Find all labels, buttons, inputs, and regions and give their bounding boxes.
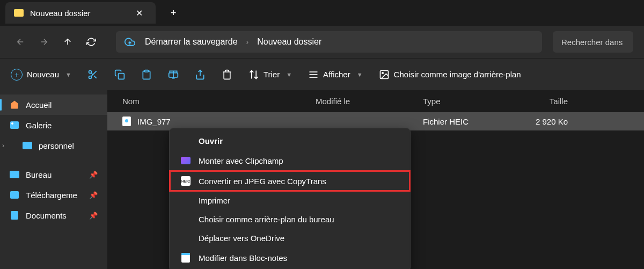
sidebar-home-label: Accueil: [26, 100, 52, 110]
breadcrumb-current[interactable]: Nouveau dossier: [253, 37, 326, 47]
view-button[interactable]: Afficher ▼: [308, 69, 362, 80]
notepad-icon: [180, 252, 191, 263]
svg-point-0: [89, 70, 91, 73]
ctx-copytrans-label: Convertir en JPEG avec CopyTrans: [199, 177, 326, 186]
ctx-copytrans[interactable]: HEIC Convertir en JPEG avec CopyTrans: [170, 171, 410, 191]
ctx-print[interactable]: Imprimer: [170, 191, 410, 210]
ctx-onedrive-label: Déplacer vers OneDrive: [199, 234, 284, 243]
folder-icon: [14, 9, 24, 17]
pin-icon: 📌: [89, 171, 98, 179]
new-label: Nouveau: [27, 70, 59, 79]
chevron-down-icon: ▼: [357, 71, 363, 78]
chevron-down-icon: ▼: [286, 71, 292, 78]
ctx-clipchamp[interactable]: Monter avec Clipchamp: [170, 150, 410, 171]
sidebar-downloads-label: Téléchargeme: [26, 191, 77, 200]
forward-button[interactable]: [34, 32, 54, 52]
ctx-open[interactable]: Ouvrir: [170, 132, 410, 150]
navbar: Démarrer la sauvegarde › Nouveau dossier…: [0, 26, 644, 58]
ctx-notepad[interactable]: Modifier dans Bloc-notes: [170, 248, 410, 268]
pin-icon: 📌: [89, 212, 98, 220]
ctx-clipchamp-label: Monter avec Clipchamp: [199, 156, 283, 165]
back-button[interactable]: [11, 32, 30, 52]
sidebar-item-downloads[interactable]: Téléchargeme 📌: [0, 185, 107, 205]
svg-point-9: [382, 72, 383, 74]
home-icon: [10, 100, 19, 110]
context-menu: Ouvrir Monter avec Clipchamp HEIC Conver…: [169, 128, 411, 269]
set-background-button[interactable]: Choisir comme image d'arrière-plan: [379, 69, 521, 80]
column-modified[interactable]: Modifié le: [316, 97, 423, 106]
view-label: Afficher: [323, 70, 350, 79]
sidebar-desktop-label: Bureau: [26, 170, 52, 179]
sidebar-item-desktop[interactable]: Bureau 📌: [0, 164, 107, 185]
sort-button[interactable]: Trier ▼: [248, 69, 292, 80]
image-icon: [379, 69, 390, 80]
file-type: Fichier HEIC: [423, 117, 509, 126]
svg-rect-2: [118, 73, 124, 79]
view-icon: [308, 69, 319, 80]
cloud-icon: [125, 37, 135, 47]
window-tab[interactable]: Nouveau dossier ✕: [5, 2, 156, 24]
folder-icon: [23, 141, 32, 150]
column-name[interactable]: Nom: [122, 97, 316, 106]
sidebar-item-home[interactable]: Accueil: [0, 94, 107, 115]
document-icon: [10, 210, 19, 220]
gallery-icon: [10, 120, 19, 130]
file-name: IMG_977: [137, 117, 171, 126]
sort-icon: [248, 69, 259, 80]
column-headers: Nom Modifié le Type Taille: [107, 90, 644, 112]
titlebar: Nouveau dossier ✕ +: [0, 0, 644, 26]
cut-button[interactable]: [87, 69, 98, 80]
copy-icon: [114, 69, 125, 80]
up-button[interactable]: [58, 32, 77, 52]
chevron-right-icon: ›: [2, 142, 4, 149]
new-tab-button[interactable]: +: [166, 3, 181, 23]
background-label: Choisir comme image d'arrière-plan: [394, 70, 521, 79]
trash-icon: [222, 69, 232, 80]
breadcrumb[interactable]: Démarrer la sauvegarde › Nouveau dossier: [116, 31, 542, 53]
ctx-notepad-label: Modifier dans Bloc-notes: [199, 253, 287, 263]
sidebar-personal-label: personnel: [39, 141, 74, 150]
delete-button[interactable]: [222, 69, 232, 80]
toolbar: + Nouveau ▼ Trier ▼: [0, 58, 644, 90]
sidebar-gallery-label: Galerie: [26, 121, 52, 130]
svg-rect-3: [145, 70, 149, 71]
paste-button[interactable]: [141, 69, 152, 80]
chevron-down-icon: ▼: [65, 71, 71, 78]
download-icon: [10, 190, 19, 200]
ctx-open-label: Ouvrir: [199, 136, 223, 146]
file-size: 2 920 Ko: [509, 117, 568, 126]
column-size[interactable]: Taille: [509, 97, 568, 106]
main-area: Accueil Galerie › personnel Bureau 📌 Tél…: [0, 90, 644, 269]
sidebar-documents-label: Documents: [26, 211, 67, 220]
ctx-print-label: Imprimer: [199, 196, 230, 205]
svg-point-1: [89, 76, 91, 78]
sidebar: Accueil Galerie › personnel Bureau 📌 Tél…: [0, 90, 107, 269]
paste-icon: [141, 69, 152, 80]
column-type[interactable]: Type: [423, 97, 509, 106]
share-icon: [195, 69, 206, 80]
ctx-wallpaper[interactable]: Choisir comme arrière-plan du bureau: [170, 210, 410, 229]
rename-icon: [168, 69, 179, 80]
sidebar-item-personal[interactable]: › personnel: [0, 135, 107, 156]
refresh-button[interactable]: [82, 32, 101, 52]
ctx-onedrive[interactable]: Déplacer vers OneDrive: [170, 229, 410, 248]
search-input[interactable]: Rechercher dans: [553, 31, 633, 53]
sort-label: Trier: [264, 70, 280, 79]
cut-icon: [87, 69, 98, 80]
desktop-icon: [10, 170, 19, 179]
pin-icon: 📌: [89, 191, 98, 199]
sidebar-item-documents[interactable]: Documents 📌: [0, 205, 107, 226]
breadcrumb-root[interactable]: Démarrer la sauvegarde: [141, 37, 242, 47]
sidebar-item-gallery[interactable]: Galerie: [0, 115, 107, 135]
heic-icon: HEIC: [180, 176, 191, 186]
copy-button[interactable]: [114, 69, 125, 80]
search-placeholder: Rechercher dans: [561, 38, 623, 47]
file-icon: [122, 117, 131, 126]
share-button[interactable]: [195, 69, 206, 80]
chevron-right-icon: ›: [242, 38, 253, 46]
rename-button[interactable]: [168, 69, 179, 80]
close-tab-icon[interactable]: ✕: [131, 6, 147, 20]
new-button[interactable]: + Nouveau ▼: [11, 69, 71, 81]
clipchamp-icon: [180, 155, 191, 166]
tab-title: Nouveau dossier: [30, 9, 125, 18]
